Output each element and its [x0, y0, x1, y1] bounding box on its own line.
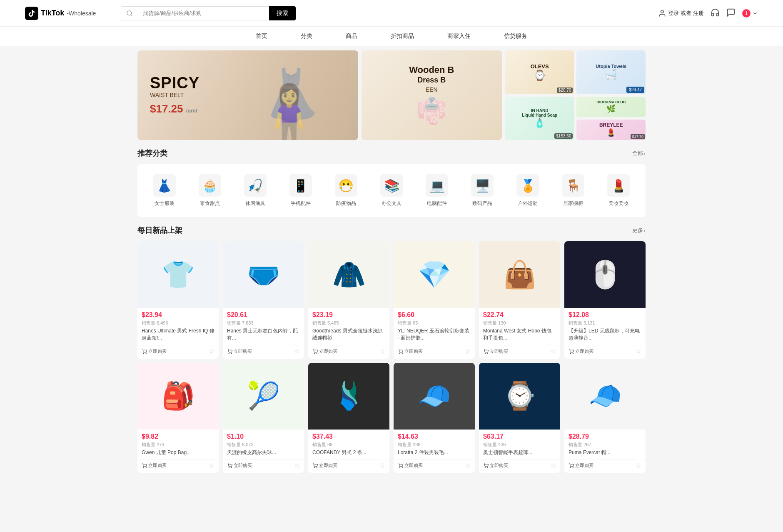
daily-new-more[interactable]: 更多 › — [632, 227, 646, 234]
product-card-9[interactable]: 🧢 $14.63 销售量 238 Loratta 2 件装男装毛... 立即购买… — [394, 363, 475, 473]
fav-btn-11[interactable]: ☆ — [636, 462, 641, 470]
product-card-0[interactable]: 👕 $23.94 销售量 6,496 Hanes Ultimate 男式 Fre… — [137, 241, 219, 359]
diorama-text: DIORAMA CLUB — [596, 100, 626, 104]
category-item-beauty[interactable]: 💄 美妆美妆 — [597, 171, 641, 210]
svg-point-4 — [146, 353, 146, 353]
product-info-3: $6.60 销售量 65 YLTNEUQER 玉石滚轮刮痧套装 · 面部护肤..… — [394, 308, 475, 345]
utopia-text: Utopia Towels — [596, 64, 626, 69]
banner-main-price: $17.25 /unit — [150, 102, 199, 115]
user-action[interactable]: 登录 或者 注册 — [658, 9, 704, 17]
banner-main[interactable]: SPICY WAIST BELT $17.25 /unit 👗 🧍‍♀️ — [137, 50, 358, 140]
nav-item-merchant[interactable]: 商家入住 — [439, 27, 479, 46]
buy-btn-4[interactable]: 立即购买 — [483, 348, 508, 355]
fav-btn-3[interactable]: ☆ — [465, 347, 471, 355]
svg-point-18 — [231, 467, 232, 468]
product-card-7[interactable]: 🎾 $1.10 销售量 8,073 天涯的橡皮高尔夫球... 立即购买 ☆ — [223, 363, 304, 473]
product-card-1[interactable]: 🩲 $20.61 销售量 7,633 Hanes 男士无标签白色内裤，配有...… — [223, 241, 304, 359]
buy-btn-3[interactable]: 立即购买 — [398, 348, 423, 355]
buy-btn-0[interactable]: 立即购买 — [142, 348, 167, 355]
headphone-action[interactable] — [711, 8, 720, 18]
fav-btn-4[interactable]: ☆ — [550, 347, 556, 355]
banner-utopia[interactable]: Utopia Towels 🛁 $24.47 — [576, 50, 646, 94]
product-name-9: Loratta 2 件装男装毛... — [398, 449, 471, 456]
message-action[interactable] — [726, 8, 736, 18]
cabinet-icon: 🪑 — [562, 174, 584, 197]
product-info-10: $63.17 销售量 436 奥士顿智能手表超薄... — [479, 430, 560, 460]
fav-btn-7[interactable]: ☆ — [294, 462, 300, 470]
category-item-computer[interactable]: 💻 电脑配件 — [415, 171, 459, 210]
banner-middle[interactable]: Wooden B Dress B EEN 👘 — [362, 50, 502, 140]
product-img-3: 💎 — [394, 241, 475, 308]
category-item-snacks[interactable]: 🧁 零食甜点 — [188, 171, 232, 210]
search-input[interactable] — [138, 6, 269, 20]
product-card-4[interactable]: 👜 $22.74 销售量 130 Montana West 女式 Hobo 钱包… — [479, 241, 560, 359]
product-card-6[interactable]: 🎒 $9.82 销售量 273 Gwen 儿童 Pop Bag... 立即购买 … — [137, 363, 219, 473]
category-item-stationery[interactable]: 📚 办公文具 — [369, 171, 413, 210]
buy-btn-2[interactable]: 立即购买 — [312, 348, 337, 355]
nav-item-discount[interactable]: 折扣商品 — [382, 27, 422, 46]
product-info-0: $23.94 销售量 6,496 Hanes Ultimate 男式 Fresh… — [137, 308, 219, 345]
buy-btn-5[interactable]: 立即购买 — [569, 348, 593, 355]
product-info-1: $20.61 销售量 7,633 Hanes 男士无标签白色内裤，配有... — [223, 308, 304, 345]
product-info-4: $22.74 销售量 130 Montana West 女式 Hobo 钱包和手… — [479, 308, 560, 345]
fav-btn-5[interactable]: ☆ — [636, 347, 641, 355]
product-img-6: 🎒 — [137, 363, 219, 430]
search-button[interactable]: 搜索 — [269, 6, 296, 20]
categories-more[interactable]: 全部 › — [632, 150, 646, 157]
fav-btn-0[interactable]: ☆ — [209, 347, 214, 355]
or-text: 或者 — [681, 10, 691, 17]
product-card-10[interactable]: ⌚ $63.17 销售量 436 奥士顿智能手表超薄... 立即购买 ☆ — [479, 363, 560, 473]
buy-btn-6[interactable]: 立即购买 — [142, 462, 167, 469]
phone-label: 手机配件 — [291, 200, 311, 207]
buy-btn-10[interactable]: 立即购买 — [483, 462, 508, 469]
product-price-10: $63.17 — [483, 433, 556, 440]
banner-diorama[interactable]: DIORAMA CLUB 🌿 — [576, 97, 646, 117]
category-item-phone[interactable]: 📱 手机配件 — [279, 171, 322, 210]
product-price-0: $23.94 — [142, 311, 214, 319]
fav-btn-9[interactable]: ☆ — [465, 462, 471, 470]
product-card-2[interactable]: 🧥 $23.19 销售量 5,465 Goodthreads 男式全拉链水洗抓绒… — [308, 241, 389, 359]
buy-btn-9[interactable]: 立即购买 — [398, 462, 423, 469]
nav-item-products[interactable]: 商品 — [337, 27, 366, 46]
nav-item-category[interactable]: 分类 — [292, 27, 321, 46]
nav-item-home[interactable]: 首页 — [247, 27, 276, 46]
svg-point-24 — [487, 467, 488, 468]
category-item-digital[interactable]: 🖥️ 数码产品 — [461, 171, 504, 210]
product-info-8: $37.43 销售量 88 COOFANDY 男式 2 条... — [308, 430, 389, 460]
banner-handsoap[interactable]: IN HANDLiquid Hand Soap 🧴 $153.60 — [505, 97, 574, 140]
fav-btn-1[interactable]: ☆ — [294, 347, 300, 355]
product-card-8[interactable]: 🩱 $37.43 销售量 88 COOFANDY 男式 2 条... 立即购买 … — [308, 363, 389, 473]
category-item-fishing[interactable]: 🎣 休闲渔具 — [233, 171, 277, 210]
banner-breylee[interactable]: BREYLEE 💄 $17.70 — [576, 120, 646, 140]
banner-olevs[interactable]: OLEVS ⌚ $20.70 — [505, 50, 574, 94]
fav-btn-10[interactable]: ☆ — [550, 462, 556, 470]
buy-btn-8[interactable]: 立即购买 — [312, 462, 337, 469]
stationery-icon: 📚 — [380, 174, 403, 197]
buy-btn-1[interactable]: 立即购买 — [227, 348, 252, 355]
category-item-cabinet[interactable]: 🪑 居家橱柜 — [551, 171, 595, 210]
product-actions-5: 立即购买 ☆ — [564, 345, 646, 359]
svg-point-5 — [229, 353, 229, 353]
fav-btn-6[interactable]: ☆ — [209, 462, 214, 470]
product-card-3[interactable]: 💎 $6.60 销售量 65 YLTNEUQER 玉石滚轮刮痧套装 · 面部护肤… — [394, 241, 475, 359]
category-item-epidemic[interactable]: 😷 防疫物品 — [324, 171, 368, 210]
product-sales-2: 销售量 5,465 — [312, 320, 385, 326]
categories-grid: 👗 女士服装 🧁 零食甜点 🎣 休闲渔具 📱 手机配件 😷 防疫物品 📚 — [137, 164, 646, 217]
product-card-11[interactable]: 🧢 $28.79 销售量 267 Puma Evercat 帽... 立即购买 … — [564, 363, 646, 473]
svg-point-10 — [402, 353, 402, 353]
buy-btn-11[interactable]: 立即购买 — [569, 462, 593, 469]
fav-btn-2[interactable]: ☆ — [379, 347, 385, 355]
svg-point-19 — [314, 467, 314, 468]
product-card-5[interactable]: 🖱️ $12.08 销售量 3,131 【升级】LED 无线鼠标，可充电超薄静音… — [564, 241, 646, 359]
nav-item-credit[interactable]: 信贷服务 — [496, 27, 536, 46]
category-item-women[interactable]: 👗 女士服装 — [142, 171, 186, 210]
category-item-outdoor[interactable]: 🏅 户外运动 — [506, 171, 550, 210]
buy-btn-7[interactable]: 立即购买 — [227, 462, 252, 469]
epidemic-icon: 😷 — [335, 174, 357, 197]
product-actions-8: 立即购买 ☆ — [308, 459, 389, 473]
logo[interactable]: TikTok -Wholesale — [25, 7, 96, 20]
cart-action[interactable]: 1 — [742, 9, 758, 17]
fav-btn-8[interactable]: ☆ — [379, 462, 385, 470]
svg-point-26 — [573, 467, 573, 468]
product-sales-11: 销售量 267 — [569, 442, 641, 448]
